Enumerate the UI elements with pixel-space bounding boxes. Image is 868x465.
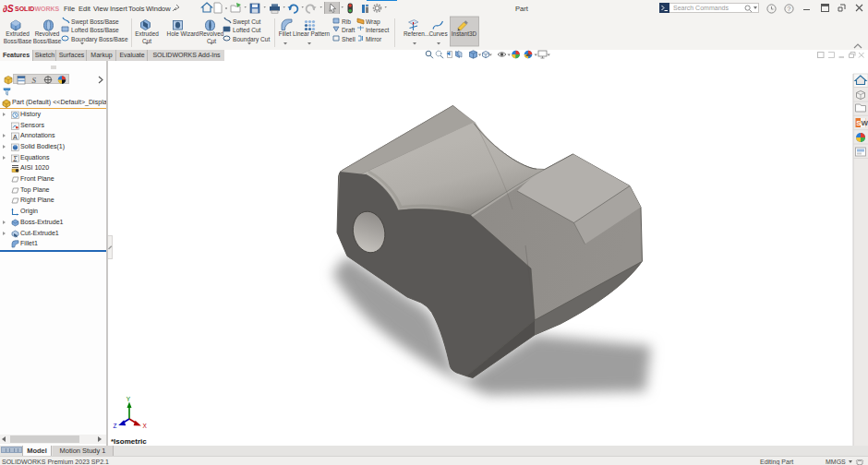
svg-text:*Isometric: *Isometric: [111, 437, 147, 446]
svg-text:W: W: [862, 119, 868, 127]
svg-text:X: X: [143, 423, 148, 429]
svg-text:Y: Y: [127, 396, 131, 402]
svg-text:Z: Z: [114, 423, 117, 429]
